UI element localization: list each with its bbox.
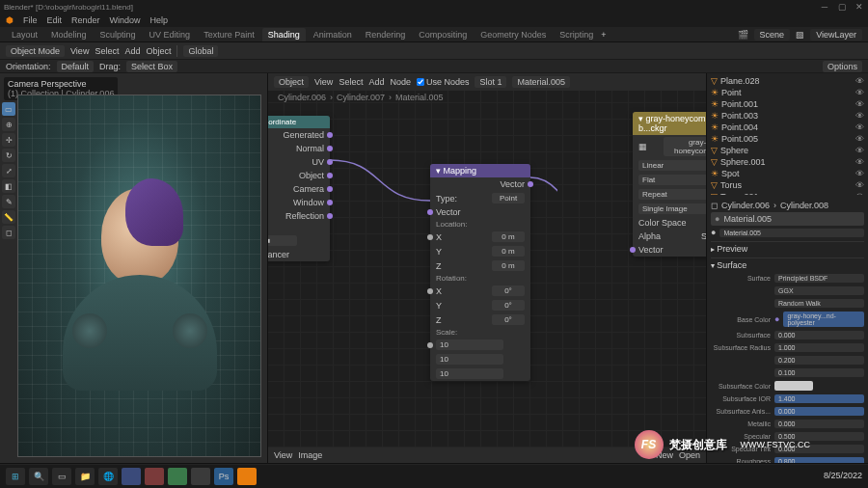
node-menu-select[interactable]: Select [339, 77, 363, 87]
menu-window[interactable]: Window [110, 15, 141, 25]
list-item[interactable]: ▽Sphere👁 [709, 145, 866, 156]
node-header-mapping[interactable]: ▾ Mapping [430, 164, 530, 177]
menu-file[interactable]: File [23, 15, 38, 25]
rot-x[interactable]: X0° [430, 284, 530, 298]
rot-z[interactable]: Z0° [430, 312, 530, 327]
use-nodes-checkbox[interactable]: Use Nodes [417, 77, 470, 87]
blender-taskbar-icon[interactable] [237, 468, 257, 485]
tab-texture-paint[interactable]: Texture Paint [198, 28, 260, 41]
outliner[interactable]: ▽Plane.028👁 ☀Point👁 ☀Point.001👁 ☀Point.0… [707, 73, 868, 195]
subior-value[interactable]: 1.400 [774, 394, 864, 403]
visibility-icon[interactable]: 👁 [855, 99, 864, 109]
out-generated[interactable]: Generated [268, 128, 330, 142]
metallic-value[interactable]: 0.000 [774, 420, 864, 428]
list-item[interactable]: ☀Point.005👁 [709, 133, 866, 145]
search-icon[interactable]: 🔍 [29, 468, 48, 485]
node-mode-dropdown[interactable]: Object [274, 76, 309, 88]
browser-icon[interactable]: 🌐 [98, 468, 118, 485]
measure-tool[interactable]: 📏 [2, 210, 15, 224]
collapse-icon[interactable]: ▾ [638, 114, 646, 123]
node-menu-view[interactable]: View [314, 77, 333, 87]
subaniso-value[interactable]: 0.000 [774, 407, 864, 416]
footer-view[interactable]: View [274, 450, 292, 460]
tab-modeling[interactable]: Modeling [45, 28, 93, 41]
orientation-dropdown[interactable]: Global [183, 45, 218, 57]
tab-shading[interactable]: Shading [262, 28, 306, 41]
menu-edit[interactable]: Edit [47, 15, 63, 25]
app-icon[interactable] [191, 468, 210, 485]
app-icon[interactable]: Ps [214, 468, 233, 485]
vp-menu-object[interactable]: Object [146, 46, 171, 56]
active-object[interactable]: ◻Cylinder.006 › Cylinder.008 [711, 199, 864, 212]
rot-y[interactable]: Y0° [430, 298, 530, 312]
rotate-tool[interactable]: ↻ [2, 149, 15, 162]
distribution-dd[interactable]: GGX [774, 286, 864, 295]
list-item[interactable]: ☀Spot👁 [709, 168, 866, 179]
app-icon[interactable] [122, 468, 141, 485]
material-datablock[interactable]: ●Material.005 [711, 226, 864, 239]
list-item[interactable]: ▽Torus👁 [709, 179, 866, 191]
visibility-icon[interactable]: 👁 [855, 76, 864, 86]
minimize-button[interactable]: ─ [820, 2, 829, 12]
move-tool[interactable]: ✢ [2, 133, 15, 147]
basecolor-value[interactable]: gray-honey...nd-polyester [783, 312, 864, 327]
options-dropdown[interactable]: Options [823, 61, 862, 72]
add-cube-tool[interactable]: ◻ [2, 226, 15, 239]
object-picker[interactable]: ■ [268, 233, 330, 248]
list-item[interactable]: ☀Point.001👁 [709, 98, 866, 110]
tab-rendering[interactable]: Rendering [360, 28, 412, 41]
crumb-mat[interactable]: Material.005 [395, 93, 444, 102]
subradius-3[interactable]: 0.100 [774, 368, 864, 377]
visibility-icon[interactable]: 👁 [855, 134, 864, 144]
interp-dropdown[interactable]: Linear [633, 158, 706, 173]
shader-node-editor[interactable]: Object View Select Add Node Use Nodes Sl… [268, 73, 706, 463]
node-menu-add[interactable]: Add [368, 77, 384, 87]
tab-animation[interactable]: Animation [308, 28, 358, 41]
scale-tool[interactable]: ⤢ [2, 164, 15, 177]
app-icon[interactable] [145, 468, 164, 485]
select-tool[interactable]: ▭ [2, 102, 15, 116]
mode-dropdown[interactable]: Object Mode [6, 45, 65, 57]
type-row[interactable]: Type:Point [430, 191, 530, 205]
from-instancer[interactable]: om Instancer [268, 248, 330, 261]
node-image-texture[interactable]: ▾ gray-honeycomb-b...ckgr ▦gray-honeycom… [633, 112, 706, 257]
slot-dropdown[interactable]: Slot 1 [475, 76, 506, 88]
transform-tool[interactable]: ◧ [2, 179, 15, 193]
surface-section[interactable]: ▾ Surface [711, 258, 864, 272]
app-icon[interactable] [168, 468, 187, 485]
material-slot[interactable]: ●Material.005 [711, 212, 864, 226]
subsurface-value[interactable]: 0.000 [774, 331, 864, 339]
out-normal[interactable]: Normal [268, 142, 330, 155]
projection-dropdown[interactable]: Flat [633, 173, 706, 187]
surface-value[interactable]: Principled BSDF [774, 274, 864, 283]
list-item[interactable]: ▽Plane.028👁 [709, 75, 866, 87]
cursor-tool[interactable]: ⊕ [2, 118, 15, 131]
scl-y[interactable]: 10 [430, 352, 530, 366]
3d-viewport[interactable]: ▭ ⊕ ✢ ↻ ⤢ ◧ ✎ 📏 ◻ Camera Perspective (1)… [0, 73, 268, 463]
list-item[interactable]: ☀Point.003👁 [709, 110, 866, 122]
visibility-icon[interactable]: 👁 [855, 169, 864, 178]
tab-geometry-nodes[interactable]: Geometry Nodes [475, 28, 552, 41]
subradius-1[interactable]: 1.000 [774, 343, 864, 352]
viewlayer-selector[interactable]: ViewLayer [810, 29, 862, 41]
menu-help[interactable]: Help [150, 15, 169, 25]
in-vector[interactable]: Vector [430, 205, 530, 219]
in-vector-img[interactable]: Vector [633, 243, 706, 257]
node-header-texcoord[interactable]: xture Coordinate [268, 116, 330, 128]
footer-image[interactable]: Image [298, 450, 322, 460]
vp-menu-view[interactable]: View [70, 46, 89, 56]
system-clock[interactable]: 8/25/2022 [824, 472, 862, 481]
orientation-value[interactable]: Default [57, 61, 95, 72]
visibility-icon[interactable]: 👁 [855, 157, 864, 167]
annotate-tool[interactable]: ✎ [2, 195, 15, 208]
image-picker[interactable]: ▦gray-honeycomb... [633, 135, 706, 158]
crumb-mesh[interactable]: Cylinder.007 [337, 93, 385, 102]
list-item[interactable]: ☀Point👁 [709, 87, 866, 98]
menu-render[interactable]: Render [71, 15, 100, 25]
viewport-render[interactable] [17, 95, 261, 457]
source-dropdown[interactable]: Single Image [633, 202, 706, 216]
node-menu-node[interactable]: Node [390, 77, 411, 87]
add-workspace-button[interactable]: + [601, 30, 606, 40]
tab-sculpting[interactable]: Sculpting [95, 28, 142, 41]
scl-z[interactable]: 10 [430, 366, 530, 381]
